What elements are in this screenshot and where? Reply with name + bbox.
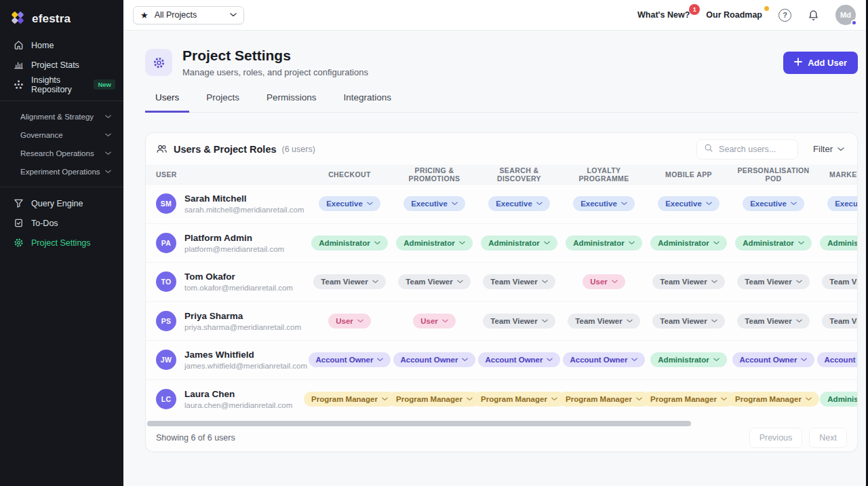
role-dropdown[interactable]: Account Owner — [732, 352, 815, 367]
role-cell: Account Owner — [816, 352, 858, 367]
user-menu[interactable]: Md — [835, 5, 856, 25]
role-dropdown[interactable]: Administrator — [566, 236, 642, 250]
sidebar-sections: Alignment & StrategyGovernanceResearch O… — [0, 107, 123, 181]
role-dropdown[interactable]: Administrator — [650, 352, 726, 367]
previous-button[interactable]: Previous — [749, 428, 803, 448]
main-column: ★ All Projects What's New? 1 Our Roadmap… — [123, 0, 868, 486]
role-dropdown[interactable]: Account Owner — [563, 352, 646, 367]
whats-new-link[interactable]: What's New? 1 — [637, 10, 690, 20]
sidebar: efestra HomeProject StatsInsights Reposi… — [0, 0, 123, 486]
role-dropdown[interactable]: User — [583, 274, 625, 289]
user-cell: PSPriya Sharmapriya.sharma@meridianretai… — [146, 311, 307, 331]
tab-users[interactable]: Users — [145, 92, 189, 113]
role-dropdown[interactable]: Administrator — [735, 236, 811, 250]
tab-integrations[interactable]: Integrations — [334, 92, 402, 113]
project-selector[interactable]: ★ All Projects — [133, 6, 244, 24]
role-dropdown[interactable]: Executive — [743, 196, 804, 211]
chevron-down-icon — [796, 280, 802, 284]
role-dropdown[interactable]: Executive — [403, 196, 465, 211]
user-info: Tom Okafortom.okafor@meridianretail.com — [184, 272, 293, 292]
role-cell: Administrator — [392, 236, 477, 250]
role-dropdown[interactable]: Administrator — [820, 392, 858, 407]
role-dropdown[interactable]: Administrator — [820, 236, 858, 250]
role-dropdown[interactable]: Administrator — [481, 236, 557, 250]
sidebar-item-project-settings[interactable]: Project Settings — [0, 233, 123, 253]
role-dropdown[interactable]: Team Viewer — [737, 314, 809, 329]
role-dropdown[interactable]: Administrator — [311, 236, 387, 250]
column-header-pricing-promotions: PRICING & PROMOTIONS — [392, 166, 477, 183]
card-title: Users & Project Roles — [174, 144, 277, 155]
sidebar-item-project-stats[interactable]: Project Stats — [0, 55, 123, 75]
role-dropdown[interactable]: Team Viewer — [822, 274, 858, 289]
role-label: Team Viewer — [490, 317, 537, 325]
user-info: Laura Chenlaura.chen@meridianretail.com — [184, 389, 292, 409]
role-dropdown[interactable]: Team Viewer — [822, 314, 858, 329]
star-icon: ★ — [140, 11, 149, 20]
sidebar-section-experiment-operations[interactable]: Experiment Operations — [0, 162, 123, 181]
role-label: Team Viewer — [660, 317, 707, 325]
sidebar-item-insights-repository[interactable]: Insights RepositoryNew — [0, 75, 123, 94]
role-label: Program Manager — [566, 395, 632, 403]
chevron-down-icon — [544, 241, 550, 245]
sidebar-item-query-engine[interactable]: Query Engine — [0, 193, 123, 213]
roadmap-link[interactable]: Our Roadmap — [706, 10, 762, 20]
table-row: SMSarah Mitchellsarah.mitchell@meridianr… — [146, 184, 858, 223]
role-dropdown[interactable]: User — [328, 314, 371, 329]
role-dropdown[interactable]: Team Viewer — [737, 274, 809, 289]
role-label: Account Owner — [401, 356, 458, 364]
chevron-down-icon — [837, 147, 844, 151]
role-dropdown[interactable]: Program Manager — [389, 392, 480, 407]
add-user-button[interactable]: Add User — [783, 52, 858, 74]
tab-projects[interactable]: Projects — [196, 92, 250, 113]
filter-button[interactable]: Filter — [813, 144, 844, 154]
sidebar-item-home[interactable]: Home — [0, 35, 123, 55]
role-label: Administrator — [658, 239, 709, 247]
tab-permissions[interactable]: Permissions — [256, 92, 327, 113]
role-cell: Administrator — [477, 236, 561, 250]
role-dropdown[interactable]: Team Viewer — [483, 274, 555, 289]
role-dropdown[interactable]: Executive — [319, 196, 380, 211]
role-dropdown[interactable]: Team Viewer — [652, 274, 724, 289]
role-dropdown[interactable]: Executive — [658, 196, 719, 211]
role-dropdown[interactable]: Team Viewer — [398, 274, 470, 289]
bar-chart-icon — [14, 60, 24, 70]
role-dropdown[interactable]: Account Owner — [309, 352, 391, 367]
role-dropdown[interactable]: Executive — [573, 196, 635, 211]
role-dropdown[interactable]: Administrator — [396, 236, 472, 250]
role-dropdown[interactable]: Account Owner — [478, 352, 561, 367]
role-dropdown[interactable]: Team Viewer — [568, 314, 639, 329]
role-dropdown[interactable]: Team Viewer — [313, 274, 385, 289]
sidebar-section-governance[interactable]: Governance — [0, 126, 123, 144]
column-header-marketplace: MARKETPLACE — [816, 170, 858, 179]
horizontal-scrollbar[interactable] — [147, 421, 691, 426]
help-icon[interactable]: ? — [778, 9, 791, 22]
role-dropdown[interactable]: Team Viewer — [652, 314, 724, 329]
role-dropdown[interactable]: Account Owner — [393, 352, 476, 367]
role-dropdown[interactable]: Program Manager — [473, 392, 565, 407]
role-dropdown[interactable]: Account Owner — [817, 352, 859, 367]
role-dropdown[interactable]: Executive — [488, 196, 550, 211]
avatar: LC — [156, 389, 176, 409]
sidebar-item-to-dos[interactable]: To-Dos — [0, 213, 123, 233]
search-input[interactable] — [719, 145, 791, 154]
user-email: laura.chen@meridianretail.com — [184, 401, 292, 409]
bell-icon[interactable] — [808, 10, 819, 21]
chevron-down-icon — [798, 241, 804, 245]
next-button[interactable]: Next — [809, 428, 847, 448]
funnel-icon — [14, 198, 24, 208]
role-dropdown[interactable]: User — [413, 314, 456, 329]
role-dropdown[interactable]: Team Viewer — [483, 314, 555, 329]
sidebar-section-alignment-strategy[interactable]: Alignment & Strategy — [0, 107, 123, 126]
role-dropdown[interactable]: Administrator — [650, 236, 726, 250]
role-dropdown[interactable]: Executive — [827, 196, 858, 211]
chevron-down-icon — [791, 202, 797, 206]
sidebar-section-research-operations[interactable]: Research Operations — [0, 144, 123, 162]
role-cell: Team Viewer — [392, 274, 477, 289]
role-dropdown[interactable]: Program Manager — [728, 392, 819, 407]
column-header-search-discovery: SEARCH & DISCOVERY — [477, 166, 561, 183]
role-dropdown[interactable]: Program Manager — [558, 392, 650, 407]
whats-new-label: What's New? — [637, 10, 690, 20]
role-dropdown[interactable]: Program Manager — [643, 392, 734, 407]
role-dropdown[interactable]: Program Manager — [304, 392, 395, 407]
role-label: Administrator — [488, 239, 539, 247]
